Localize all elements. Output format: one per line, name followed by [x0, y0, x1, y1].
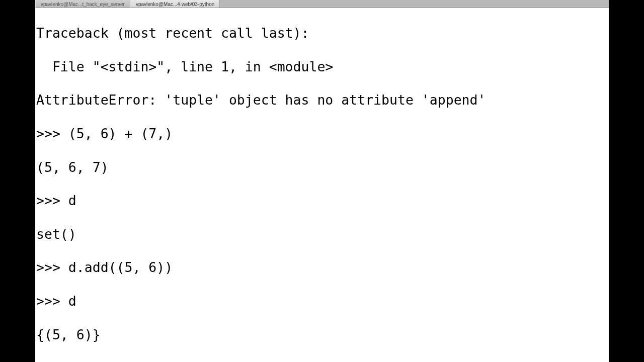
tab-03-python[interactable]: vpavlenko@Mac...4.web/03-python — [130, 0, 220, 8]
output-line: >>> (5, 6) + (7,) — [36, 125, 608, 142]
tab-hack-eye-server[interactable]: vpavlenko@Mac...t_hack_eye_server — [35, 0, 130, 8]
output-line: Traceback (most recent call last): — [36, 25, 608, 41]
output-line: >>> hash((5, 6)) — [36, 359, 608, 362]
tab-bar: vpavlenko@Mac...t_hack_eye_server vpavle… — [35, 0, 609, 8]
output-line: File "<stdin>", line 1, in <module> — [36, 58, 608, 75]
terminal-output[interactable]: Traceback (most recent call last): File … — [35, 8, 609, 362]
output-line: >>> d — [36, 192, 608, 209]
output-line: AttributeError: 'tuple' object has no at… — [36, 92, 608, 108]
output-line: >>> d — [36, 293, 608, 309]
terminal-window: vpavlenko@Mac...t_hack_eye_server vpavle… — [35, 0, 609, 362]
output-line: {(5, 6)} — [36, 326, 608, 343]
output-line: (5, 6, 7) — [36, 159, 608, 175]
output-line: set() — [36, 226, 608, 242]
output-line: >>> d.add((5, 6)) — [36, 259, 608, 276]
